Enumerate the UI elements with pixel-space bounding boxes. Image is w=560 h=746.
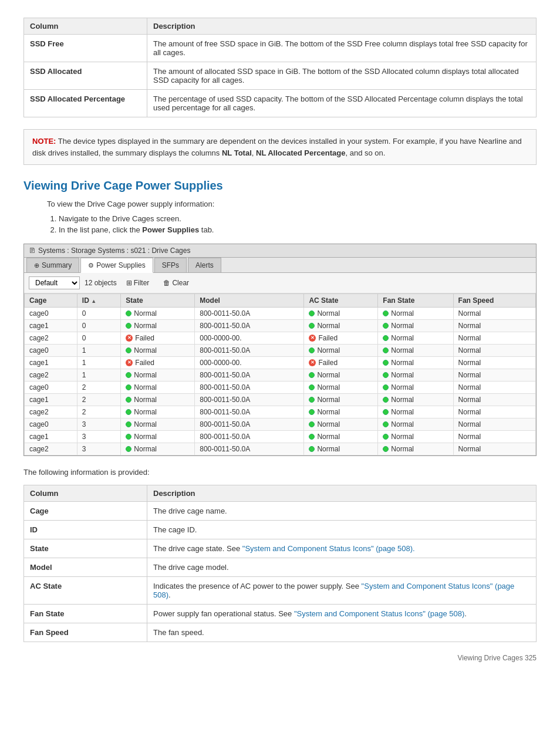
bot-col-name: Model [24,558,147,577]
col-desc: The amount of free SSD space in GiB. The… [147,35,537,62]
filter-icon: ⊞ [126,279,132,287]
col-desc: The amount of allocated SSD space in GiB… [147,62,537,90]
status-normal-dot [383,434,389,440]
id-cell: 0 [77,308,121,320]
cage-cell: cage2 [25,332,77,345]
col-header-column: Column [24,18,147,35]
cage-cell: cage1 [25,357,77,369]
status-normal-dot [383,409,389,415]
default-select[interactable]: Default [29,276,80,289]
status-normal-dot [383,323,389,329]
table-row: SSD Allocated Percentage The percentage … [24,90,537,117]
table-row: SSD Allocated The amount of allocated SS… [24,62,537,90]
status-normal-dot [309,421,315,427]
id-cell: 0 [77,332,121,345]
th-id[interactable]: ID ▲ [77,294,121,308]
table-header-row: Cage ID ▲ State Model AC State Fan State… [25,294,536,308]
status-normal-dot [309,372,315,378]
status-failed-dot: ✕ [309,335,316,342]
fan-state-link[interactable]: "System and Component Status Icons" (pag… [294,609,464,618]
state-cell: Normal [304,320,378,332]
state-cell: Normal [121,431,195,443]
bot-col-name: State [24,539,147,558]
state-cell: Normal [378,332,453,345]
status-normal-dot [126,421,131,427]
sort-icon-id: ▲ [91,298,96,304]
status-normal-dot [383,421,389,427]
state-cell: Normal [121,418,195,431]
table-row: cage1 3 Normal 800-0011-50.0A Normal Nor… [25,431,536,443]
tab-power-supplies[interactable]: ⚙ Power Supplies [80,258,153,273]
cage-cell: cage0 [25,418,77,431]
status-failed-dot: ✕ [126,335,133,342]
state-cell: Normal [121,443,195,455]
status-normal-dot [309,446,315,452]
model-cell: 800-0011-50.0A [195,431,304,443]
th-fan-speed[interactable]: Fan Speed [453,294,535,308]
state-cell: Normal [378,308,453,320]
model-cell: 800-0011-50.0A [195,345,304,357]
col-name: SSD Free [24,35,147,62]
th-fan-state[interactable]: Fan State [378,294,453,308]
state-cell: Normal [378,431,453,443]
tab-alerts[interactable]: Alerts [188,258,221,272]
status-normal-dot [126,372,131,378]
cage-cell: cage0 [25,382,77,394]
model-cell: 800-0011-50.0A [195,394,304,406]
fan-speed-cell: Normal [453,308,535,320]
fan-speed-cell: Normal [453,369,535,382]
model-cell: 800-0011-50.0A [195,418,304,431]
table-row: Model The drive cage model. [24,558,537,577]
table-row: cage2 3 Normal 800-0011-50.0A Normal Nor… [25,443,536,455]
intro-text: To view the Drive Cage power supply info… [47,200,537,208]
clear-button[interactable]: 🗑 Clear [158,278,194,288]
bot-col-name: AC State [24,577,147,605]
state-cell: Normal [304,308,378,320]
model-cell: 000-0000-00. [195,332,304,345]
screenshot-title-bar: 🖹 Systems : Storage Systems : s021 : Dri… [24,244,536,258]
bottom-description-table: Column Description Cage The drive cage n… [23,485,537,642]
id-cell: 2 [77,394,121,406]
state-cell: ✕Failed [304,332,378,345]
status-normal-dot [309,323,315,329]
status-normal-dot [383,446,389,452]
filter-label: Filter [134,279,150,287]
th-state[interactable]: State [121,294,195,308]
id-cell: 0 [77,320,121,332]
status-normal-dot [126,323,131,329]
state-cell: Normal [378,369,453,382]
id-cell: 3 [77,418,121,431]
th-ac-state[interactable]: AC State [304,294,378,308]
cage-cell: cage1 [25,431,77,443]
status-normal-dot [383,335,389,341]
table-row: cage2 0 ✕Failed 000-0000-00. ✕Failed Nor… [25,332,536,345]
status-normal-dot [309,397,315,403]
ac-state-link[interactable]: "System and Component Status Icons" (pag… [153,582,514,599]
toolbar-row: Default 12 objects ⊞ Filter 🗑 Clear [24,273,536,293]
tab-summary-label: Summary [42,261,72,269]
status-normal-dot [126,310,131,316]
tab-sfps[interactable]: SFPs [154,258,187,272]
model-cell: 800-0011-50.0A [195,443,304,455]
th-model[interactable]: Model [195,294,304,308]
table-row: cage1 2 Normal 800-0011-50.0A Normal Nor… [25,394,536,406]
state-cell: Normal [121,345,195,357]
state-cell: Normal [304,382,378,394]
fan-speed-cell: Normal [453,357,535,369]
state-cell: ✕Failed [304,357,378,369]
status-failed-dot: ✕ [126,359,133,366]
state-cell: Normal [378,418,453,431]
th-cage[interactable]: Cage [25,294,77,308]
model-cell: 800-0011-50.0A [195,406,304,418]
tabs-row[interactable]: ⊕ Summary ⚙ Power Supplies SFPs Alerts [24,258,536,273]
state-link[interactable]: "System and Component Status Icons" (pag… [242,544,415,553]
tab-sfps-label: SFPs [162,261,179,269]
status-normal-dot [309,409,315,415]
col-header-description: Description [147,18,537,35]
bot-col-desc: The fan speed. [147,623,537,642]
state-cell: Normal [121,394,195,406]
state-cell: Normal [121,320,195,332]
id-cell: 3 [77,443,121,455]
filter-button[interactable]: ⊞ Filter [122,278,154,288]
tab-summary[interactable]: ⊕ Summary [26,258,79,272]
